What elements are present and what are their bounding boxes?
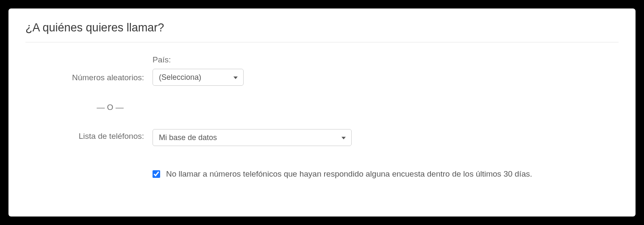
no-call-checkbox[interactable] [153, 170, 160, 178]
phone-list-select[interactable]: Mi base de datos [153, 129, 352, 146]
random-numbers-row: Números aleatorios: País: (Selecciona) [25, 55, 619, 86]
phone-list-label: Lista de teléfonos: [25, 129, 153, 141]
or-separator: — O — [25, 103, 153, 112]
random-numbers-field: País: (Selecciona) [153, 55, 619, 86]
or-separator-row: — O — [25, 103, 619, 112]
country-select[interactable]: (Selecciona) [153, 69, 244, 86]
no-call-row: No llamar a números telefónicos que haya… [25, 169, 619, 179]
no-call-label[interactable]: No llamar a números telefónicos que haya… [166, 169, 532, 179]
random-numbers-label: Números aleatorios: [25, 55, 153, 82]
phone-list-select-wrap: Mi base de datos [153, 129, 352, 146]
phone-list-row: Lista de teléfonos: Mi base de datos [25, 129, 619, 146]
country-label: País: [153, 55, 619, 65]
section-title: ¿A quiénes quieres llamar? [25, 21, 619, 34]
phone-list-field: Mi base de datos [153, 129, 619, 146]
divider [25, 42, 619, 42]
country-select-wrap: (Selecciona) [153, 69, 244, 86]
call-settings-card: ¿A quiénes quieres llamar? Números aleat… [8, 8, 636, 217]
